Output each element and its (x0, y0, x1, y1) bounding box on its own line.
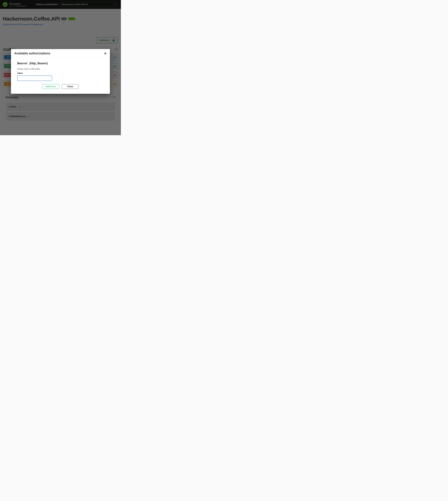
modal-close-button[interactable]: Close (62, 84, 79, 89)
close-icon[interactable]: ✕ (104, 52, 107, 55)
authorize-modal: Available authorizations ✕ Bearer (http,… (11, 49, 110, 94)
auth-scheme-type: (http, Bearer) (29, 62, 48, 65)
auth-scheme-name: Bearer (17, 62, 28, 65)
auth-description: Please enter a valid token (17, 68, 104, 70)
token-input[interactable] (17, 76, 52, 81)
value-label: Value: (17, 72, 104, 74)
modal-authorize-button[interactable]: Authorize (42, 84, 59, 89)
modal-backdrop[interactable]: Available authorizations ✕ Bearer (http,… (0, 0, 121, 135)
modal-title: Available authorizations (14, 52, 50, 55)
